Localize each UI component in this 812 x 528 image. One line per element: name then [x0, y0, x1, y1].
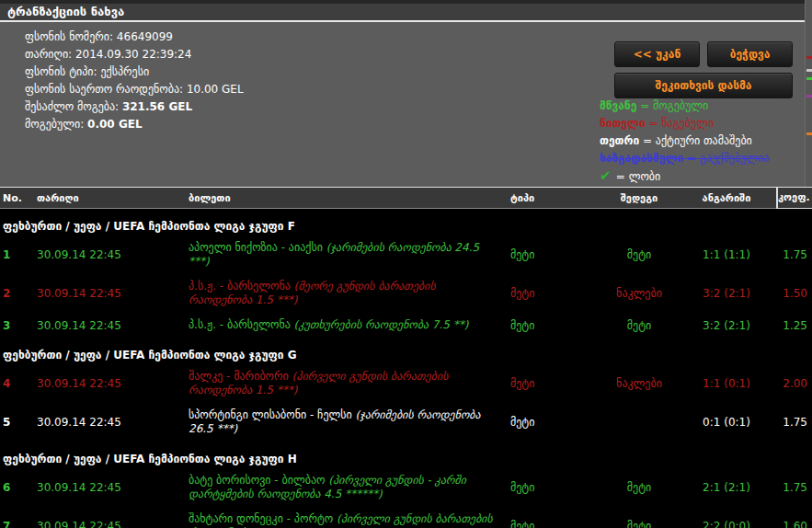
print-button[interactable]: ბეჭდვა [707, 41, 793, 67]
legend-desc: = მოგებული [636, 99, 708, 112]
summary-panel: ფსონის ნომერი: 46649099თარიღი: 2014.09.3… [0, 22, 805, 187]
cell-ticket: პ.ს.ჟ. - ბარსელონა (კუთხურების რაოდენობა… [189, 318, 510, 332]
info-value: 2014.09.30 22:39:24 [75, 48, 191, 61]
cell-no: 5 [0, 416, 37, 429]
cell-score: 2:2 (0:0) [676, 520, 777, 528]
col-header-type: ტიპი [510, 192, 602, 204]
info-label: ფსონის ტიპი: [25, 65, 100, 78]
table-header: No.თარიღიბილეთიტიპიშედეგიანგარიშიკოეფ. [0, 187, 812, 209]
col-header-ticket: ბილეთი [189, 192, 510, 204]
legend-desc: = გაუქმებულია [683, 152, 769, 165]
cell-koef: 1.75 [777, 416, 812, 429]
cell-result: მეტი [602, 319, 676, 332]
cell-ticket: აპოელი ნიქოზია - აიაქსი (ჯარიმების რაოდე… [189, 241, 510, 269]
cell-score: 0:1 (0:1) [676, 416, 777, 429]
cell-date: 30.09.14 22:45 [37, 287, 189, 300]
info-line: მოგებული: 0.00 GEL [25, 116, 244, 133]
cell-no: 1 [0, 248, 37, 261]
info-value: 10.00 GEL [187, 83, 244, 96]
cell-date: 30.09.14 22:45 [37, 416, 189, 429]
legend-term: თეთრი [600, 134, 639, 147]
cell-no: 7 [0, 520, 37, 528]
bet-row: 730.09.14 22:45შახტარი დონეცკი - პორტო (… [0, 507, 812, 528]
cell-date: 30.09.14 22:45 [37, 248, 189, 261]
cell-type: მეტი [510, 248, 602, 261]
cell-koef: 1.50 [777, 287, 812, 300]
match-name: შახტარი დონეცკი - პორტო [189, 512, 337, 525]
scroll-mark [806, 69, 812, 72]
legend-term: წითელი [600, 117, 646, 130]
league-group: ფეხბურთი / უეფა / UEFA ჩემპიონთა ლიგა ჯგ… [0, 442, 812, 528]
cell-type: მეტი [510, 481, 602, 494]
cell-score: 1:1 (1:1) [676, 248, 777, 261]
match-name: სპორტინგი ლისაბონი - ჩელსი [189, 408, 356, 421]
back-button[interactable]: << უკან [614, 41, 700, 67]
bet-row: 430.09.14 22:45შალკე - მარიბორი (პირველი… [0, 364, 812, 403]
col-header-score: ანგარიში [676, 192, 777, 204]
cell-result: მეტი [602, 481, 676, 494]
info-value: ექსპრესი [100, 65, 149, 78]
cell-koef: 1.25 [777, 319, 812, 332]
match-name: ბატე ბორისოვი - ბილბაო [189, 474, 328, 487]
info-line: ფსონის ტიპი: ექსპრესი [25, 63, 244, 81]
info-label: ფსონის ნომერი: [25, 30, 117, 43]
cell-score: 3:2 (2:1) [676, 287, 777, 300]
cell-result: ნაკლები [602, 377, 676, 390]
check-icon: ✔ [600, 167, 616, 184]
info-line: ფსონის ნომერი: 46649099 [25, 29, 244, 46]
info-line: თარიღი: 2014.09.30 22:39:24 [25, 46, 244, 63]
cell-ticket: სპორტინგი ლისაბონი - ჩელსი (ჯარიმების რა… [189, 408, 510, 436]
info-label: შესაძლო მოგება: [25, 100, 122, 113]
bet-info: ფსონის ნომერი: 46649099თარიღი: 2014.09.3… [25, 29, 244, 133]
league-group: ფეხბურთი / უეფა / UEFA ჩემპიონთა ლიგა ჯგ… [0, 209, 812, 338]
cell-score: 1:1 (0:1) [676, 377, 777, 390]
cell-type: მეტი [510, 377, 602, 390]
bet-row: 230.09.14 22:45პ.ს.ჟ. - ბარსელონა (მეორე… [0, 274, 812, 313]
legend-desc: = ლობი [616, 170, 661, 183]
legend-line: თეთრი = აქტიური თამაშები [600, 132, 769, 150]
legend-line: მწვანე = მოგებული [600, 98, 769, 115]
cell-koef: 1.75 [777, 481, 812, 494]
info-value: 0.00 GEL [87, 118, 142, 131]
cell-date: 30.09.14 22:45 [37, 377, 189, 390]
cell-date: 30.09.14 22:45 [37, 481, 189, 494]
cell-koef: 2.00 [777, 377, 812, 390]
bet-row: 130.09.14 22:45აპოელი ნიქოზია - აიაქსი (… [0, 235, 812, 274]
ask-question-button[interactable]: შეკითხვის დასმა [614, 73, 793, 98]
cell-no: 6 [0, 481, 37, 494]
scrollbar[interactable] [805, 0, 812, 188]
info-line: შესაძლო მოგება: 321.56 GEL [25, 98, 244, 116]
bet-row: 330.09.14 22:45პ.ს.ჟ. - ბარსელონა (კუთხუ… [0, 313, 812, 338]
cell-type: მეტი [510, 287, 602, 300]
cell-koef: 1.60 [777, 520, 812, 528]
bet-lines-table: ფეხბურთი / უეფა / UEFA ჩემპიონთა ლიგა ჯგ… [0, 209, 812, 528]
cell-no: 2 [0, 287, 37, 300]
info-label: თარიღი: [25, 48, 75, 61]
cell-score: 2:1 (2:1) [676, 481, 777, 494]
cell-result: მეტი [602, 520, 676, 528]
cell-type: მეტი [510, 416, 602, 429]
col-header-koef: კოეფ. [777, 188, 812, 208]
league-group-title: ფეხბურთი / უეფა / UEFA ჩემპიონთა ლიგა ჯგ… [0, 442, 812, 468]
league-group: ფეხბურთი / უეფა / UEFA ჩემპიონთა ლიგა ჯგ… [0, 338, 812, 442]
page-title: ტრანზაქციის ნახვა [0, 4, 805, 22]
info-label: მოგებული: [25, 118, 87, 131]
cell-score: 3:2 (2:1) [676, 319, 777, 332]
cell-date: 30.09.14 22:45 [37, 520, 189, 528]
match-name: პ.ს.ჟ. - ბარსელონა [189, 280, 294, 293]
info-line: ფსონის საერთო რაოდენობა: 10.00 GEL [25, 81, 244, 98]
bet-row: 630.09.14 22:45ბატე ბორისოვი - ბილბაო (პ… [0, 468, 812, 507]
cell-result: ნაკლები [602, 287, 676, 300]
cell-result: მეტი [602, 248, 676, 261]
match-name: აპოელი ნიქოზია - აიაქსი [189, 241, 326, 254]
info-value: 321.56 GEL [122, 100, 192, 113]
cell-ticket: ბატე ბორისოვი - ბილბაო (პირველი გუნდის -… [189, 474, 510, 501]
cell-ticket: პ.ს.ჟ. - ბარსელონა (მეორე გუნდის ბარათებ… [189, 280, 510, 307]
legend-line: წითელი = წაგებული [600, 115, 769, 132]
league-group-title: ფეხბურთი / უეფა / UEFA ჩემპიონთა ლიგა ჯგ… [0, 209, 812, 235]
league-group-title: ფეხბურთი / უეფა / UEFA ჩემპიონთა ლიგა ჯგ… [0, 338, 812, 364]
scroll-mark [806, 77, 812, 80]
cell-koef: 1.75 [777, 248, 812, 261]
col-header-no: No. [0, 192, 37, 204]
scroll-mark [806, 56, 812, 59]
